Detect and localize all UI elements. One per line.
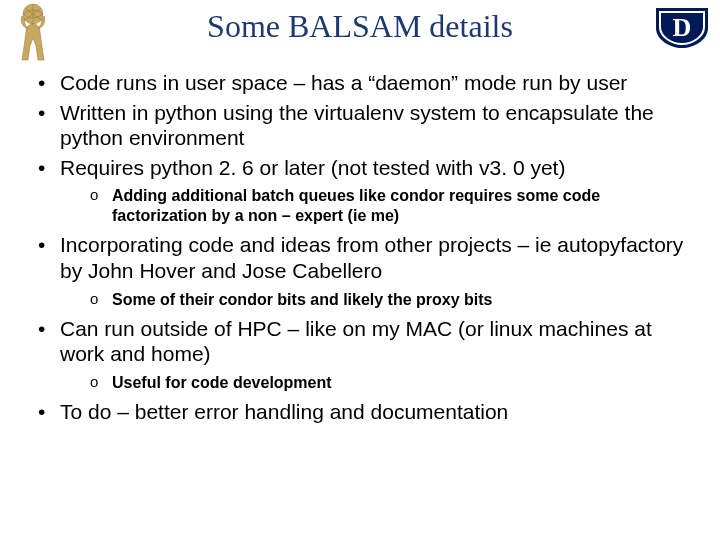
bullet-list: Code runs in user space – has a “daemon”…: [30, 70, 690, 424]
list-item: To do – better error handling and docume…: [30, 399, 690, 425]
svg-text:D: D: [673, 13, 692, 42]
list-item-text: Can run outside of HPC – like on my MAC …: [60, 317, 652, 366]
slide: Some BALSAM details D Code runs in user …: [0, 0, 720, 540]
sub-list: Adding additional batch queues like cond…: [60, 186, 690, 226]
sub-list: Some of their condor bits and likely the…: [60, 290, 690, 310]
sub-list: Useful for code development: [60, 373, 690, 393]
list-item-text: Requires python 2. 6 or later (not teste…: [60, 156, 565, 179]
duke-shield-icon: D: [652, 6, 712, 50]
list-item: Incorporating code and ideas from other …: [30, 232, 690, 309]
list-item: Can run outside of HPC – like on my MAC …: [30, 316, 690, 393]
slide-title: Some BALSAM details: [0, 8, 720, 45]
list-item: Code runs in user space – has a “daemon”…: [30, 70, 690, 96]
list-item: Written in python using the virtualenv s…: [30, 100, 690, 151]
slide-body: Code runs in user space – has a “daemon”…: [0, 60, 720, 424]
list-item: Requires python 2. 6 or later (not teste…: [30, 155, 690, 227]
sub-list-item: Adding additional batch queues like cond…: [90, 186, 690, 226]
list-item-text: Incorporating code and ideas from other …: [60, 233, 683, 282]
sub-list-item: Some of their condor bits and likely the…: [90, 290, 690, 310]
sub-list-item: Useful for code development: [90, 373, 690, 393]
slide-header: Some BALSAM details D: [0, 0, 720, 60]
